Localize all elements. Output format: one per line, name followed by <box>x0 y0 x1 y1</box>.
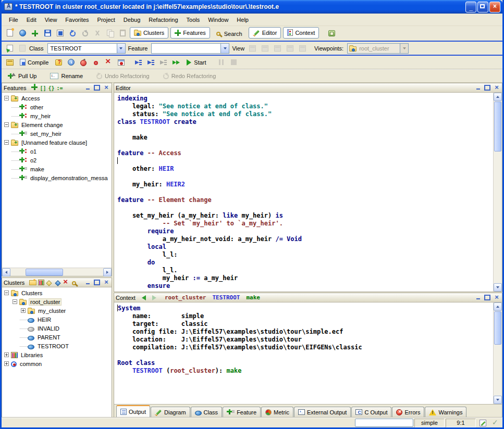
search-toggle-button[interactable]: Search <box>212 28 247 40</box>
scroll-thumb[interactable] <box>494 102 501 152</box>
editor-code-area[interactable]: indexing legal: "See notice at end of cl… <box>114 93 493 292</box>
tree-item-access[interactable]: Access <box>3 94 112 103</box>
tab-class[interactable]: Class <box>191 407 223 417</box>
tree-item-display-demonstration-messa[interactable]: display_demonstration_messa <box>3 173 112 182</box>
contracts-icon[interactable]: {} <box>47 84 55 92</box>
maximize-button[interactable] <box>477 2 488 12</box>
edit-status-button[interactable] <box>477 419 488 427</box>
context-maximize-button[interactable] <box>484 294 491 301</box>
clusters-toggle-button[interactable]: Clusters <box>130 27 168 39</box>
scroll-right-button[interactable] <box>103 268 112 276</box>
collapse-icon[interactable] <box>13 299 17 304</box>
menu-tools[interactable]: Tools <box>182 15 204 24</box>
tree-item-my-cluster[interactable]: my_cluster <box>3 306 112 315</box>
menu-view[interactable]: View <box>41 15 62 24</box>
tab-feature[interactable]: Feature <box>223 407 261 417</box>
new-cluster-icon[interactable] <box>29 278 37 286</box>
tree-item-other[interactable]: other <box>3 103 112 111</box>
feature-combobox[interactable] <box>151 43 229 54</box>
add-class-icon[interactable] <box>54 279 62 286</box>
new-plus-button[interactable] <box>29 28 41 39</box>
editor-close-button[interactable] <box>493 84 500 91</box>
tree-item-libraries[interactable]: Libraries <box>3 350 112 359</box>
context-minimize-button[interactable] <box>474 294 482 301</box>
menu-file[interactable]: File <box>5 15 22 24</box>
tree-item-testroot[interactable]: TESTROOT <box>3 342 112 350</box>
scroll-up-button[interactable] <box>494 302 502 311</box>
expand-icon[interactable] <box>4 352 9 357</box>
scroll-thumb[interactable] <box>494 311 501 345</box>
tab-diagram[interactable]: Diagram <box>151 407 190 417</box>
menu-help[interactable]: Help <box>232 15 253 24</box>
scroll-thumb[interactable] <box>26 269 63 276</box>
compile-button[interactable]: Compile <box>17 57 52 68</box>
close-button[interactable]: × <box>489 2 500 12</box>
bp-disable-button[interactable] <box>90 57 102 68</box>
arrowstep-button[interactable] <box>145 57 157 68</box>
features-toggle-button[interactable]: Features <box>170 27 210 39</box>
features-horizontal-scrollbar[interactable] <box>2 268 112 276</box>
check-button[interactable] <box>489 419 501 427</box>
context-toggle-button[interactable]: Context <box>283 27 319 39</box>
expand-icon[interactable] <box>21 308 26 313</box>
tree-item-clusters[interactable]: Clusters <box>3 288 112 297</box>
scroll-down-button[interactable] <box>494 283 502 292</box>
editor-maximize-button[interactable] <box>484 84 491 91</box>
bp-enable-button[interactable] <box>78 57 89 68</box>
tab-external-output[interactable]: External Output <box>294 407 351 417</box>
editor-minimize-button[interactable] <box>474 84 482 91</box>
tree-item-parent[interactable]: PARENT <box>3 333 112 342</box>
pull-up-button[interactable]: Pull Up <box>4 70 40 82</box>
features-tree[interactable]: Accessothermy_heirElement changeset_my_h… <box>2 93 112 268</box>
tree-item-my-heir[interactable]: my_heir <box>3 111 112 120</box>
tab-output[interactable]: Output <box>116 405 150 417</box>
open-file-button[interactable] <box>17 28 28 39</box>
tree-item-unnamed-feature-clause[interactable]: [Unnamed feature clause] <box>3 138 112 147</box>
menu-project[interactable]: Project <box>93 15 119 24</box>
collapse-icon[interactable] <box>4 291 9 295</box>
context-vertical-scrollbar[interactable] <box>493 302 502 404</box>
tree-item-o2[interactable]: o2 <box>3 156 112 165</box>
editor-toggle-button[interactable]: Editor <box>249 27 281 39</box>
feature-combobox-arrow[interactable] <box>220 44 229 53</box>
clusters-close-button[interactable] <box>103 279 110 286</box>
menu-favorites[interactable]: Favorites <box>61 15 93 24</box>
tree-item-heir[interactable]: HEIR <box>3 315 112 324</box>
tree-item-o1[interactable]: o1 <box>3 147 112 156</box>
features-close-button[interactable] <box>103 84 110 91</box>
minimize-button[interactable]: _ <box>465 2 476 12</box>
save-button[interactable] <box>42 28 53 39</box>
editor-vertical-scrollbar[interactable] <box>493 93 502 292</box>
remove-item-icon[interactable] <box>62 278 70 286</box>
class-combobox[interactable]: TESTROOT <box>47 43 126 54</box>
info-button[interactable] <box>65 57 77 68</box>
new-feature-icon[interactable] <box>30 83 39 91</box>
tab-c-output[interactable]: C Output <box>351 407 391 417</box>
scroll-left-button[interactable] <box>2 268 10 276</box>
collapse-icon[interactable] <box>4 122 9 127</box>
menu-window[interactable]: Window <box>204 15 232 24</box>
tree-item-invalid[interactable]: INVALID <box>3 324 112 333</box>
context-crumb-class[interactable]: TESTROOT <box>212 294 240 301</box>
class-link-button[interactable] <box>4 43 16 54</box>
debug-item-button[interactable] <box>115 57 127 68</box>
features-maximize-button[interactable] <box>93 84 101 91</box>
tab-warnings[interactable]: Warnings <box>425 407 466 417</box>
features-minimize-button[interactable] <box>84 84 91 91</box>
status-find-input[interactable] <box>355 419 413 427</box>
save-all-button[interactable] <box>54 28 66 39</box>
tree-item-element-change[interactable]: Element change <box>3 120 112 129</box>
clusters-maximize-button[interactable] <box>93 279 101 286</box>
add-library-icon[interactable] <box>37 279 45 286</box>
signature-icon[interactable]: [] <box>39 84 47 92</box>
context-back-button[interactable] <box>140 294 148 301</box>
class-combobox-arrow[interactable] <box>117 44 125 53</box>
scroll-up-button[interactable] <box>494 93 502 101</box>
clusters-tree[interactable]: Clustersroot_clustermy_clusterHEIRINVALI… <box>2 287 112 417</box>
context-close-button[interactable] <box>493 294 500 301</box>
context-output-area[interactable]: System name: simple target: classic conf… <box>114 302 493 404</box>
expand-icon[interactable] <box>4 361 9 366</box>
undo-button[interactable] <box>67 28 78 40</box>
tree-item-set-my-heir[interactable]: set_my_heir <box>3 129 112 138</box>
run-nostop-button[interactable] <box>170 57 182 68</box>
